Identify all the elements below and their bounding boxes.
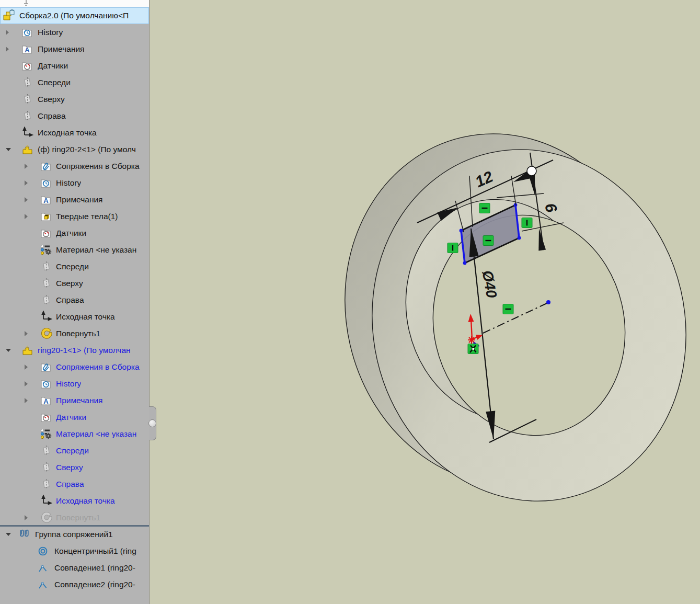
tree-row-повернуть1[interactable]: Повернуть1 — [0, 509, 149, 526]
history-folder-icon — [40, 177, 53, 189]
tree-row-исходная-точка[interactable]: Исходная точка — [0, 309, 149, 325]
horizontal-constraint-badge[interactable] — [479, 203, 490, 213]
tree-row-history[interactable]: History — [0, 175, 149, 191]
tree-row-твердые-тела-1-[interactable]: Твердые тела(1) — [0, 208, 149, 225]
tree-row-справа[interactable]: Справа — [0, 292, 149, 309]
tree-row-исходная-точка[interactable]: Исходная точка — [0, 493, 149, 509]
svg-text:A: A — [43, 397, 49, 405]
tree-row-label: Примечания — [56, 195, 103, 204]
plane-icon — [40, 294, 53, 306]
plane-icon — [40, 277, 53, 290]
tree-row-сверху[interactable]: Сверху — [0, 459, 149, 476]
history-folder-icon — [21, 26, 34, 39]
expand-arrow-icon[interactable] — [25, 164, 28, 169]
revolve-feature-suppressed-icon — [40, 511, 53, 524]
tree-row-сборка2-0-по-умолчанию-п[interactable]: Сборка2.0 (По умолчанию<П — [0, 7, 149, 24]
featuremanager-panel: Сборка2.0 (По умолчанию<ПHistoryAПримеча… — [0, 0, 150, 604]
tree-row-материал-не-указан[interactable]: Материал <не указан — [0, 426, 149, 442]
tree-row-label: Исходная точка — [38, 128, 97, 138]
expand-arrow-icon[interactable] — [25, 515, 28, 520]
collapse-arrow-icon[interactable] — [6, 533, 11, 536]
vertical-constraint-badge[interactable] — [447, 243, 458, 253]
tree-row-примечания[interactable]: AПримечания — [0, 41, 149, 58]
expand-arrow-icon[interactable] — [25, 197, 28, 202]
sketch-point[interactable] — [546, 300, 550, 304]
collapse-arrow-icon[interactable] — [6, 349, 11, 352]
sensors-folder-icon — [21, 60, 34, 72]
part-icon — [21, 344, 34, 357]
collapse-arrow-icon[interactable] — [6, 148, 11, 151]
origin-icon — [40, 311, 53, 323]
tree-row-label: Сверху — [38, 95, 65, 104]
vertical-constraint-badge[interactable] — [522, 218, 532, 228]
revolve-feature-icon — [40, 327, 53, 340]
tree-row-label: Спереди — [56, 446, 89, 455]
tree-row-спереди[interactable]: Спереди — [0, 258, 149, 275]
tree-row-label: Группа сопряжений1 — [35, 530, 113, 539]
tree-row-спереди[interactable]: Спереди — [0, 442, 149, 459]
tree-row-материал-не-указан[interactable]: Материал <не указан — [0, 242, 149, 258]
tree-row-справа[interactable]: Справа — [0, 476, 149, 493]
tree-row-спереди[interactable]: Спереди — [0, 74, 149, 91]
svg-text:A: A — [25, 46, 30, 54]
tree-row-label: Спереди — [56, 262, 89, 271]
annotations-folder-icon: A — [40, 394, 53, 407]
expand-arrow-icon[interactable] — [25, 331, 28, 336]
sensors-folder-icon — [40, 227, 53, 240]
tree-row-label: ring20-1<1> (По умолчан — [38, 346, 131, 355]
tree-row-label: Повернуть1 — [56, 513, 100, 522]
tree-row--ф-ring20-2-1-по-умолч[interactable]: (ф) ring20-2<1> (По умолч — [0, 141, 149, 158]
tree-row-label: Концентричный1 (ring — [54, 546, 136, 556]
horizontal-constraint-badge[interactable] — [503, 304, 513, 314]
tree-row-сверху[interactable]: Сверху — [0, 275, 149, 292]
mates-group-icon — [18, 528, 31, 541]
material-icon — [40, 244, 53, 256]
panel-splitter-handle[interactable] — [149, 406, 156, 440]
mates-section-divider — [0, 525, 149, 527]
tree-row-сверху[interactable]: Сверху — [0, 91, 149, 108]
concentric-mate-icon — [37, 545, 50, 557]
tree-row-группа-сопряжений1[interactable]: Группа сопряжений1 — [0, 526, 149, 543]
tree-row-датчики[interactable]: Датчики — [0, 58, 149, 74]
tree-row-label: Сверху — [56, 463, 83, 472]
expand-arrow-icon[interactable] — [25, 381, 28, 386]
tree-row-датчики[interactable]: Датчики — [0, 409, 149, 426]
expand-arrow-icon[interactable] — [6, 47, 9, 52]
plane-icon — [40, 260, 53, 273]
mates-folder-icon — [40, 160, 53, 173]
expand-arrow-icon[interactable] — [25, 214, 28, 219]
horizontal-constraint-badge[interactable] — [483, 236, 494, 246]
annotations-folder-icon: A — [21, 43, 34, 55]
origin-star — [468, 336, 475, 344]
expand-arrow-icon[interactable] — [25, 364, 28, 370]
tree-row-концентричный1-ring[interactable]: Концентричный1 (ring — [0, 543, 149, 560]
tree-row-label: Справа — [56, 295, 84, 305]
tree-row-history[interactable]: History — [0, 375, 149, 392]
tree-row-справа[interactable]: Справа — [0, 108, 149, 124]
expand-arrow-icon[interactable] — [25, 398, 28, 403]
tree-row-label: Исходная точка — [56, 312, 115, 322]
expand-arrow-icon[interactable] — [25, 180, 28, 186]
tree-row-совпадение1-ring20-[interactable]: Совпадение1 (ring20- — [0, 560, 149, 576]
tree-row-label: History — [56, 379, 81, 389]
plane-icon — [40, 478, 53, 491]
coincident-constraint-badge[interactable] — [468, 344, 478, 354]
tree-row-history[interactable]: History — [0, 24, 149, 41]
tree-row-label: Сопряжения в Сборка — [56, 362, 140, 372]
tree-row-датчики[interactable]: Датчики — [0, 225, 149, 242]
tree-row-повернуть1[interactable]: Повернуть1 — [0, 325, 149, 342]
tree-row-label: Спереди — [38, 78, 71, 87]
tree-row-исходная-точка[interactable]: Исходная точка — [0, 124, 149, 141]
svg-text:A: A — [43, 197, 49, 204]
tree-row-примечания[interactable]: AПримечания — [0, 191, 149, 208]
tree-row-сопряжения-в-сборка[interactable]: Сопряжения в Сборка — [0, 158, 149, 175]
tree-row-сопряжения-в-сборка[interactable]: Сопряжения в Сборка — [0, 359, 149, 375]
coincident-mate-icon — [37, 578, 50, 591]
tree-row-примечания[interactable]: AПримечания — [0, 392, 149, 409]
expand-arrow-icon[interactable] — [6, 30, 9, 35]
tree-row-совпадение2-ring20-[interactable]: Совпадение2 (ring20- — [0, 576, 149, 593]
tree-row-label: Справа — [38, 111, 66, 121]
tree-row-ring20-1-1-по-умолчан[interactable]: ring20-1<1> (По умолчан — [0, 342, 149, 359]
tree-row-label: Примечания — [38, 44, 85, 54]
splitter-knob-icon[interactable] — [148, 419, 156, 427]
